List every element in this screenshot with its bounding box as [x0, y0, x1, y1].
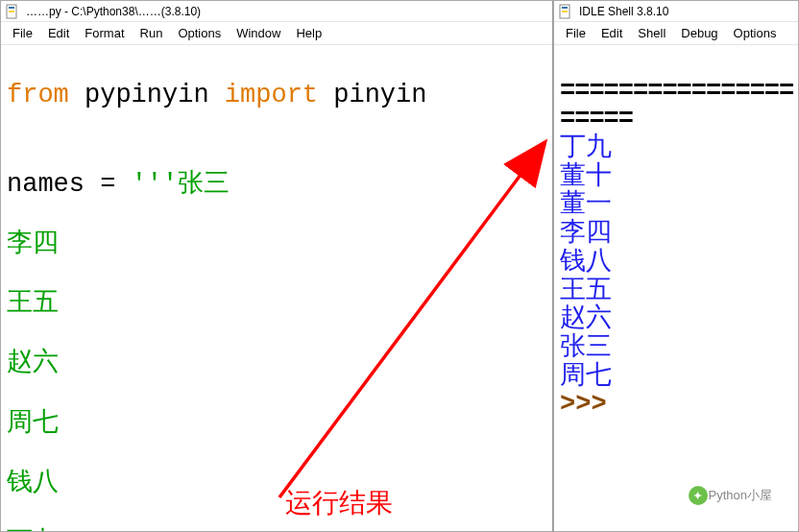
shell-output-line: 董十 — [560, 162, 612, 191]
menu-format[interactable]: Format — [79, 24, 130, 42]
editor-title-text: ……py - C:\Python38\……(3.8.10) — [26, 5, 201, 18]
shell-output-line: 董一 — [560, 190, 612, 219]
code-line: 李四 — [7, 230, 546, 259]
code-token: from — [7, 81, 69, 109]
menu-options[interactable]: Options — [172, 24, 227, 42]
code-token: pinyin — [318, 81, 426, 109]
editor-menubar: File Edit Format Run Options Window Help — [1, 22, 552, 45]
shell-menu-debug[interactable]: Debug — [675, 24, 723, 42]
editor-code-area[interactable]: from pypinyin import pinyin names = '''张… — [1, 45, 552, 531]
svg-rect-1 — [9, 7, 14, 9]
python-file-icon — [5, 4, 20, 19]
menu-file[interactable]: File — [7, 24, 38, 42]
menu-help[interactable]: Help — [290, 24, 327, 42]
shell-output-line: 张三 — [560, 333, 612, 362]
code-line: 钱八 — [7, 469, 546, 498]
shell-output-line: 王五 — [560, 277, 612, 305]
shell-banner: ===== — [560, 105, 633, 133]
code-token: '''张三 — [132, 170, 230, 199]
shell-menubar: File Edit Shell Debug Options — [554, 22, 798, 45]
shell-prompt: >>> — [560, 390, 622, 419]
shell-menu-options[interactable]: Options — [728, 24, 783, 42]
python-file-icon — [558, 4, 573, 19]
editor-window: ……py - C:\Python38\……(3.8.10) File Edit … — [0, 0, 553, 532]
shell-output-line: 赵六 — [560, 304, 612, 333]
menu-run[interactable]: Run — [134, 24, 169, 42]
shell-menu-file[interactable]: File — [560, 24, 592, 42]
menu-edit[interactable]: Edit — [42, 24, 75, 42]
code-line: 周七 — [7, 409, 546, 439]
shell-output-line: 钱八 — [560, 248, 612, 277]
shell-output-line: 周七 — [560, 362, 612, 391]
shell-banner: ================ — [560, 77, 793, 106]
menu-window[interactable]: Window — [230, 24, 286, 42]
annotation-label: 运行结果 — [285, 485, 393, 521]
shell-menu-edit[interactable]: Edit — [595, 24, 628, 42]
shell-output-line: 丁九 — [560, 133, 612, 162]
svg-rect-5 — [562, 11, 568, 12]
code-token: import — [225, 81, 318, 109]
code-line: 王五 — [7, 289, 546, 319]
svg-rect-4 — [562, 7, 568, 9]
watermark: ✦ Python小屋 — [686, 484, 775, 507]
shell-output-area[interactable]: ================ ===== 丁九 董十 董一 李四 钱八 王五… — [554, 45, 798, 531]
watermark-text: Python小屋 — [709, 487, 772, 504]
shell-title-text: IDLE Shell 3.8.10 — [579, 5, 668, 18]
shell-titlebar: IDLE Shell 3.8.10 — [554, 1, 798, 22]
svg-rect-2 — [9, 11, 14, 12]
code-token: pypinyin — [69, 81, 225, 109]
shell-menu-shell[interactable]: Shell — [632, 24, 671, 42]
shell-window: IDLE Shell 3.8.10 File Edit Shell Debug … — [553, 0, 799, 532]
wechat-icon: ✦ — [689, 486, 708, 505]
code-line: 丁九 — [7, 528, 546, 531]
code-line: 赵六 — [7, 349, 546, 378]
editor-titlebar: ……py - C:\Python38\……(3.8.10) — [1, 1, 552, 22]
shell-output-line: 李四 — [560, 219, 612, 248]
code-token: names = — [7, 170, 132, 199]
